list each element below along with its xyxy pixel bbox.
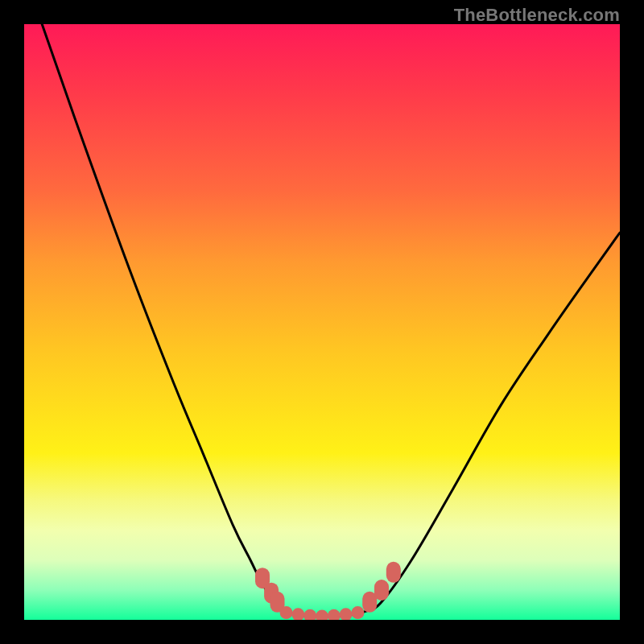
chart-frame: TheBottleneck.com xyxy=(0,0,644,644)
attribution-label: TheBottleneck.com xyxy=(454,5,620,26)
plot-area xyxy=(24,24,620,620)
